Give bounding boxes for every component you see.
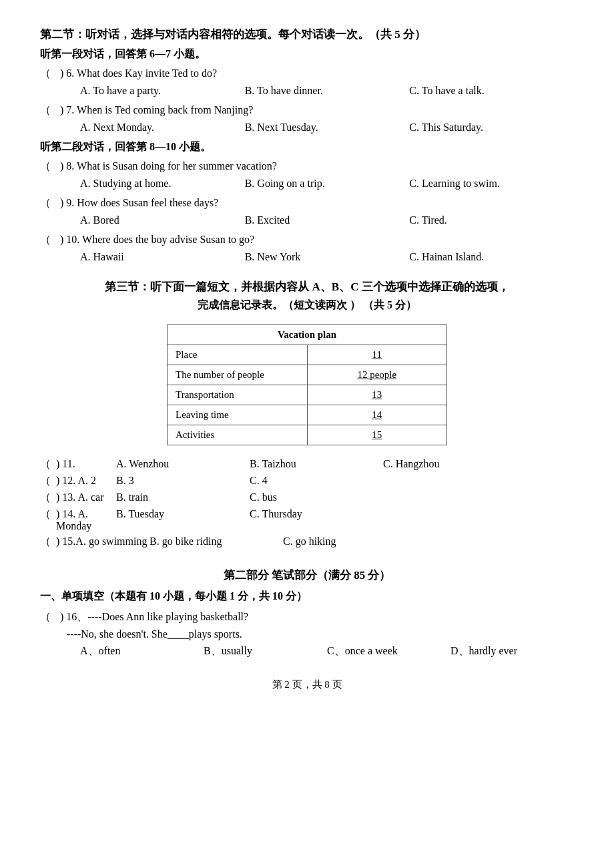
q16-options: A、often B、usually C、once a week D、hardly… (80, 644, 574, 658)
q16-line2: ----No, she doesn't. She____plays sports… (67, 628, 574, 640)
q14-optB: B. Tuesday (116, 508, 250, 520)
q14-optC: C. Thursday (250, 508, 574, 520)
q16-optA: A、often (80, 644, 204, 658)
q13-optB: B. train (116, 491, 250, 503)
vacation-row-label-0: Place (168, 345, 308, 365)
vacation-row-label-1: The number of people (168, 365, 308, 385)
q7-optC: C. This Saturday. (409, 122, 574, 134)
q7-text: ) 7. When is Ted coming back from Nanjin… (60, 104, 253, 116)
q11-optC: C. Hangzhou (383, 458, 574, 470)
q6-optA: A. To have a party. (80, 85, 245, 97)
q9-optB: B. Excited (245, 214, 410, 226)
q16-optB: B、usually (204, 644, 327, 658)
q8-optC: C. Learning to swim. (409, 178, 574, 190)
q8-paren: （ (40, 160, 60, 174)
q7-optB: B. Next Tuesday. (245, 122, 410, 134)
q16-optD: D、hardly ever (450, 644, 574, 658)
question-6-line: （ ) 6. What does Kay invite Ted to do? (40, 67, 574, 81)
question-10-line: （ ) 10. Where does the boy advise Susan … (40, 233, 574, 247)
q11-15-block: （ ) 11. A. Wenzhou B. Taizhou C. Hangzho… (40, 457, 574, 549)
question-7-line: （ ) 7. When is Ted coming back from Nanj… (40, 103, 574, 118)
q8-options: A. Studying at home. B. Going on a trip.… (80, 178, 574, 190)
vacation-table-wrapper: Vacation plan Place11The number of peopl… (167, 324, 447, 445)
q7-optA: A. Next Monday. (80, 122, 245, 134)
question-9-line: （ ) 9. How does Susan feel these days? (40, 196, 574, 210)
vacation-table: Vacation plan Place11The number of peopl… (167, 324, 447, 445)
q15-optB: B. go bike riding (149, 535, 283, 548)
q6-optC: C. To have a talk. (409, 85, 574, 97)
q9-optA: A. Bored (80, 214, 245, 226)
q8-optB: B. Going on a trip. (245, 178, 410, 190)
q13-paren: （ (40, 491, 56, 505)
q10-paren: （ (40, 233, 60, 247)
section3-subtitle: 完成信息记录表。（短文读两次 ） （共 5 分） (40, 298, 574, 312)
vacation-row-label-4: Activities (168, 425, 308, 445)
q16-paren: （ (40, 610, 60, 624)
q16-optC: C、once a week (327, 644, 450, 658)
q14-paren: （ (40, 507, 56, 521)
q8-optA: A. Studying at home. (80, 178, 245, 190)
dialog2-title: 听第二段对话，回答第 8—10 小题。 (40, 140, 574, 154)
q15-num: ) 15.A. go swimming (56, 535, 149, 548)
vacation-row-value-0: 11 (307, 345, 447, 365)
q8-text: ) 8. What is Susan doing for her summer … (60, 160, 277, 172)
q11-optA: A. Wenzhou (116, 458, 250, 470)
vacation-row-label-2: Transportation (168, 385, 308, 405)
q11-optB: B. Taizhou (250, 458, 383, 470)
q13-row: （ ) 13. A. car B. train C. bus (40, 491, 574, 505)
q14-num: ) 14. A. Monday (56, 508, 116, 532)
q15-row: （ ) 15.A. go swimming B. go bike riding … (40, 535, 574, 549)
q15-optC: C. go hiking (283, 535, 574, 548)
q10-text: ) 10. Where does the boy advise Susan to… (60, 234, 254, 246)
q10-options: A. Hawaii B. New York C. Hainan Island. (80, 251, 574, 263)
q12-row: （ ) 12. A. 2 B. 3 C. 4 (40, 474, 574, 488)
q9-options: A. Bored B. Excited C. Tired. (80, 214, 574, 226)
q13-num: ) 13. A. car (56, 491, 116, 503)
vacation-row-value-4: 15 (307, 425, 447, 445)
question-8-line: （ ) 8. What is Susan doing for her summe… (40, 160, 574, 174)
q11-paren: （ (40, 457, 56, 471)
table-title: Vacation plan (168, 325, 447, 345)
q10-optA: A. Hawaii (80, 251, 245, 263)
q16-line1: （ ) 16、----Does Ann like playing basketb… (40, 610, 574, 624)
vacation-row-label-3: Leaving time (168, 405, 308, 425)
q6-text: ) 6. What does Kay invite Ted to do? (60, 67, 217, 79)
q9-text: ) 9. How does Susan feel these days? (60, 197, 218, 209)
q10-optC: C. Hainan Island. (409, 251, 574, 263)
q12-optC: C. 4 (250, 475, 574, 487)
page-number: 第 2 页，共 8 页 (40, 678, 574, 691)
vacation-row-value-3: 14 (307, 405, 447, 425)
q12-optB: B. 3 (116, 475, 250, 487)
section2-title: 第二节：听对话，选择与对话内容相符的选项。每个对话读一次。（共 5 分） (40, 27, 574, 42)
q12-paren: （ (40, 474, 56, 488)
vacation-row-value-2: 13 (307, 385, 447, 405)
part2-title: 第二部分 笔试部分（满分 85 分） (40, 568, 574, 583)
q6-optB: B. To have dinner. (245, 85, 410, 97)
q16-block: （ ) 16、----Does Ann like playing basketb… (40, 610, 574, 658)
q10-optB: B. New York (245, 251, 410, 263)
part2-section1-title: 一、单项填空（本题有 10 小题，每小题 1 分，共 10 分） (40, 590, 574, 604)
q9-optC: C. Tired. (409, 214, 574, 226)
q11-row: （ ) 11. A. Wenzhou B. Taizhou C. Hangzho… (40, 457, 574, 471)
q7-options: A. Next Monday. B. Next Tuesday. C. This… (80, 122, 574, 134)
q6-paren: （ (40, 67, 60, 81)
q14-row: （ ) 14. A. Monday B. Tuesday C. Thursday (40, 507, 574, 532)
q9-paren: （ (40, 196, 60, 210)
dialog1-title: 听第一段对话，回答第 6—7 小题。 (40, 47, 574, 61)
section2-block: 第二节：听对话，选择与对话内容相符的选项。每个对话读一次。（共 5 分） 听第一… (40, 27, 574, 263)
q15-paren: （ (40, 535, 56, 549)
q6-options: A. To have a party. B. To have dinner. C… (80, 85, 574, 97)
section3-title: 第三节：听下面一篇短文，并根据内容从 A、B、C 三个选项中选择正确的选项， (40, 279, 574, 294)
q13-optC: C. bus (250, 491, 574, 503)
vacation-row-value-1: 12 people (307, 365, 447, 385)
q16-text: ) 16、----Does Ann like playing basketbal… (60, 610, 248, 624)
q7-paren: （ (40, 103, 60, 118)
part2-block: 第二部分 笔试部分（满分 85 分） 一、单项填空（本题有 10 小题，每小题 … (40, 568, 574, 658)
q11-num: ) 11. (56, 458, 116, 470)
section3-block: 第三节：听下面一篇短文，并根据内容从 A、B、C 三个选项中选择正确的选项， 完… (40, 279, 574, 549)
q12-num: ) 12. A. 2 (56, 475, 116, 487)
